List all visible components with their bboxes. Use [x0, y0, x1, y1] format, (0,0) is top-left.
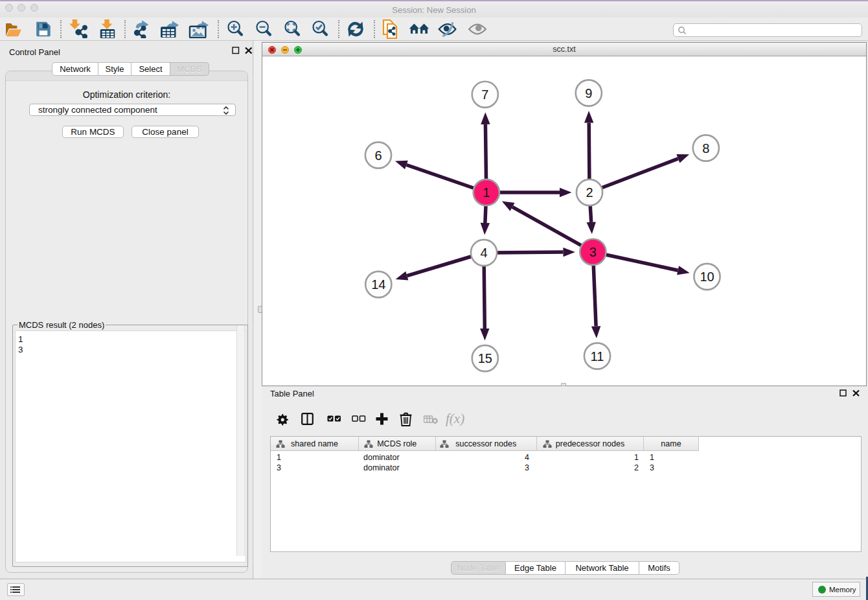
svg-text:2: 2 [586, 185, 593, 200]
svg-text:11: 11 [591, 349, 604, 363]
svg-text:6: 6 [374, 148, 382, 163]
svg-text:10: 10 [700, 270, 714, 284]
svg-text:4: 4 [480, 246, 487, 260]
svg-text:8: 8 [702, 141, 709, 156]
svg-text:3: 3 [589, 245, 597, 259]
svg-text:15: 15 [478, 351, 492, 365]
svg-text:1: 1 [483, 185, 490, 200]
svg-text:14: 14 [371, 277, 385, 292]
svg-text:7: 7 [481, 87, 488, 102]
svg-text:9: 9 [585, 86, 592, 100]
